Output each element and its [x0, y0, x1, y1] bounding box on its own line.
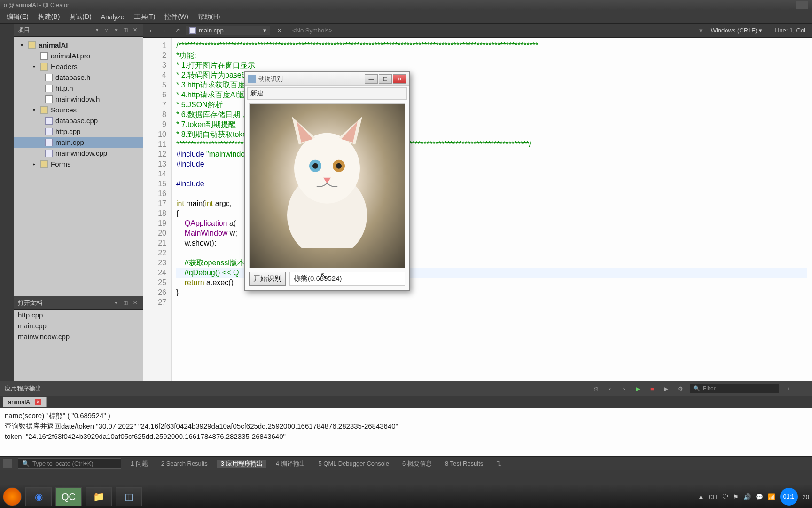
editor-area: ‹ › ↗ main.cpp ▾ ✕ <No Symbols> ▾ Window…: [143, 24, 812, 381]
remove-button[interactable]: −: [798, 384, 807, 393]
appwin-menu-new[interactable]: 新建: [247, 87, 407, 100]
split-icon[interactable]: ◫: [121, 26, 130, 34]
tray-icon[interactable]: 💬: [756, 493, 763, 500]
project-panel-header: 项目 ▾ ▿ ⚭ ◫ ✕: [14, 24, 143, 37]
tree-forms[interactable]: ▸Forms: [14, 159, 143, 169]
tray-icon[interactable]: 📶: [768, 493, 775, 500]
open-doc-item[interactable]: mainwindow.cpp: [14, 331, 143, 342]
system-tray[interactable]: ▲ CH 🛡 ⚑ 🔊 💬 📶 01:1 20: [698, 488, 809, 506]
nav-extra-button[interactable]: ↗: [172, 27, 182, 34]
taskbar-app[interactable]: ◫: [116, 487, 142, 506]
appwin-minimize-button[interactable]: —: [365, 74, 378, 84]
menu-help[interactable]: 帮助(H): [193, 11, 225, 23]
current-file-name: main.cpp: [199, 27, 224, 34]
stop-button[interactable]: ■: [648, 384, 657, 393]
file-selector[interactable]: main.cpp ▾: [186, 26, 270, 35]
next-icon[interactable]: ›: [619, 384, 629, 393]
search-icon: 🔍: [693, 385, 700, 392]
minimize-button[interactable]: —: [796, 1, 808, 9]
status-tab-general[interactable]: 6 概要信息: [398, 460, 436, 468]
tree-source-file[interactable]: database.cpp: [14, 115, 143, 126]
tree-source-file[interactable]: mainwindow.cpp: [14, 148, 143, 159]
tree-source-file-active[interactable]: main.cpp: [14, 137, 143, 148]
filter-icon[interactable]: ▿: [102, 26, 111, 34]
menu-tools[interactable]: 工具(T): [129, 11, 160, 23]
tray-icon[interactable]: ⚑: [733, 493, 739, 500]
tray-icon[interactable]: 🛡: [722, 493, 728, 500]
project-tree[interactable]: ▾animalAI animalAI.pro ▾Headers database…: [14, 37, 143, 296]
output-title: 应用程序输出: [5, 384, 41, 393]
rerun-icon[interactable]: ▶: [662, 384, 671, 393]
close-panel-icon[interactable]: ✕: [131, 299, 139, 307]
nav-back-button[interactable]: ‹: [146, 27, 156, 34]
mode-bar[interactable]: [0, 24, 14, 381]
status-icon[interactable]: [3, 459, 12, 468]
line-col-indicator[interactable]: Line: 1, Col: [771, 26, 809, 35]
menu-debug[interactable]: 调试(D): [64, 11, 96, 23]
tray-icon[interactable]: 🔊: [743, 493, 751, 500]
appwin-close-button[interactable]: ✕: [393, 74, 406, 84]
tree-header-file[interactable]: http.h: [14, 83, 143, 94]
symbol-selector[interactable]: <No Symbols>: [289, 26, 695, 35]
status-tab-toggle[interactable]: ⇅: [492, 460, 505, 467]
taskbar-chrome[interactable]: ◉: [25, 487, 52, 506]
tree-pro-file[interactable]: animalAI.pro: [14, 50, 143, 61]
output-body[interactable]: name(score) "棕熊" ( "0.689524" )查询数据库并返回d…: [0, 408, 812, 456]
appwin-maximize-button[interactable]: ☐: [379, 74, 392, 84]
taskbar-explorer[interactable]: 📁: [86, 487, 112, 506]
tree-header-file[interactable]: mainwindow.h: [14, 94, 143, 104]
start-button[interactable]: [3, 487, 22, 506]
status-tab-compile[interactable]: 4 编译输出: [272, 460, 309, 468]
menu-build[interactable]: 构建(B): [33, 11, 65, 23]
window-titlebar: o @ animalAI - Qt Creator —: [0, 0, 812, 10]
svg-point-5: [336, 163, 342, 169]
menu-widgets[interactable]: 控件(W): [160, 11, 193, 23]
nav-forward-button[interactable]: ›: [159, 27, 169, 34]
menu-edit[interactable]: 编辑(E): [2, 11, 33, 23]
status-tab-qml[interactable]: 5 QML Debugger Console: [315, 460, 393, 467]
appwin-titlebar[interactable]: 动物识别 — ☐ ✕: [245, 72, 409, 86]
tree-root[interactable]: ▾animalAI: [14, 40, 143, 50]
tree-header-file[interactable]: database.h: [14, 72, 143, 83]
link-icon[interactable]: ⚭: [112, 26, 120, 34]
animal-recognition-window[interactable]: 动物识别 — ☐ ✕ 新建 开始识别 棕: [244, 71, 410, 291]
run-button[interactable]: ▶: [633, 384, 643, 393]
menu-analyze[interactable]: Analyze: [96, 11, 129, 23]
prev-icon[interactable]: ‹: [605, 384, 615, 393]
encoding-selector[interactable]: Windows (CRLF) ▾: [706, 26, 767, 35]
tree-headers[interactable]: ▾Headers: [14, 61, 143, 72]
menubar: 编辑(E) 构建(B) 调试(D) Analyze 工具(T) 控件(W) 帮助…: [0, 10, 812, 24]
output-tabs: animalAI ✕: [0, 396, 812, 408]
output-filter[interactable]: 🔍 Filter: [690, 384, 779, 393]
code-editor[interactable]: 1234567891011121314151617181920212223242…: [143, 38, 812, 381]
statusbar: 🔍 Type to locate (Ctrl+K) 1 问题 2 Search …: [0, 456, 812, 470]
ime-indicator[interactable]: CH: [709, 493, 718, 500]
status-tab-tests[interactable]: 8 Test Results: [441, 460, 487, 467]
status-tab-output[interactable]: 3 应用程序输出: [217, 460, 266, 468]
dropdown-icon[interactable]: ▾: [93, 26, 102, 34]
tray-icon[interactable]: ▲: [698, 493, 704, 500]
dropdown-icon[interactable]: ▾: [112, 299, 120, 307]
output-tab[interactable]: animalAI ✕: [3, 397, 47, 407]
appwin-icon: [248, 75, 256, 83]
open-doc-item[interactable]: main.cpp: [14, 320, 143, 331]
taskbar-qtcreator[interactable]: QC: [55, 487, 82, 506]
recognize-button[interactable]: 开始识别: [249, 272, 286, 286]
split-icon[interactable]: ◫: [121, 299, 130, 307]
taskbar-clock[interactable]: 01:1: [780, 488, 798, 506]
attach-icon[interactable]: ⎘: [591, 384, 601, 393]
close-file-button[interactable]: ✕: [274, 27, 285, 34]
taskbar-time-suffix: 20: [803, 493, 809, 500]
close-tab-icon[interactable]: ✕: [35, 399, 41, 405]
settings-icon[interactable]: ⚙: [676, 384, 685, 393]
status-tab-issues[interactable]: 1 问题: [127, 460, 152, 468]
open-docs-list[interactable]: http.cpp main.cpp mainwindow.cpp: [14, 310, 143, 381]
close-panel-icon[interactable]: ✕: [131, 26, 139, 34]
open-doc-item[interactable]: http.cpp: [14, 310, 143, 320]
status-tab-search[interactable]: 2 Search Results: [157, 460, 211, 467]
add-button[interactable]: +: [784, 384, 793, 393]
locator-input[interactable]: 🔍 Type to locate (Ctrl+K): [18, 458, 121, 469]
tree-sources[interactable]: ▾Sources: [14, 104, 143, 115]
tree-source-file[interactable]: http.cpp: [14, 126, 143, 137]
output-panel: 应用程序输出 ⎘ ‹ › ▶ ■ ▶ ⚙ 🔍 Filter + − animal…: [0, 381, 812, 456]
